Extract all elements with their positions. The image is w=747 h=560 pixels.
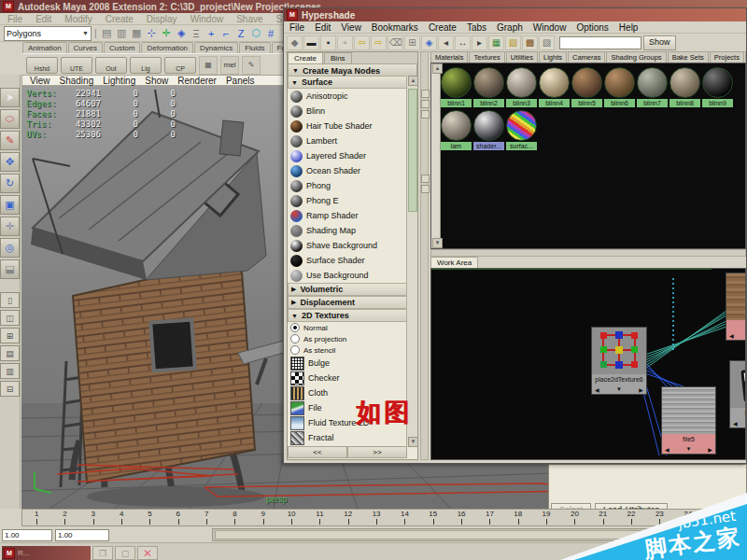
select-object-icon[interactable]: ✛ (160, 26, 174, 40)
node-file5[interactable]: file5 ◀▼▶ (661, 386, 716, 455)
forward-icon[interactable]: ⇨ (371, 35, 387, 50)
hypershade-menu-item[interactable]: File (289, 22, 304, 33)
material-swatch[interactable]: blinn2 (473, 66, 504, 107)
close-icon[interactable]: ✕ (137, 546, 158, 560)
create-list-row[interactable]: Ocean Shader (288, 163, 407, 178)
lasso-tool-icon[interactable]: ⬭ (0, 109, 20, 129)
timeline-frame[interactable]: 2 (50, 510, 78, 525)
timeline-frame[interactable]: 9 (249, 510, 277, 525)
panel-menu-item[interactable]: Lighting (103, 76, 135, 86)
graph-grid-3-icon[interactable]: ▩ (522, 35, 538, 50)
graph-grid-1-icon[interactable]: ▦ (488, 35, 504, 50)
material-swatch[interactable]: lam (441, 109, 472, 150)
menu-set-selector[interactable]: Polygons▼ (4, 26, 92, 41)
select-component-icon[interactable]: ◈ (175, 26, 189, 40)
area-splitter[interactable] (430, 249, 746, 257)
panel-menu-item[interactable]: Panels (226, 76, 255, 86)
rearrange-graph-icon[interactable]: ⊞ (404, 35, 420, 50)
hypershade-menu-item[interactable]: Create (429, 22, 457, 33)
timeline-frame[interactable]: 18 (504, 510, 532, 525)
layout-top-only-icon[interactable]: ▪ (320, 35, 336, 50)
snap-curve-icon[interactable]: ⌐ (219, 26, 233, 40)
hypershade-menu-item[interactable]: Graph (497, 22, 523, 33)
timeline-frame[interactable]: 11 (305, 510, 333, 525)
layout-persp-outliner-icon[interactable]: ▤ (0, 345, 20, 361)
timeline-frame[interactable]: 16 (447, 510, 475, 525)
create-list-row[interactable]: As stencil (288, 344, 407, 356)
show-manip-icon[interactable]: ◎ (0, 238, 20, 258)
scale-tool-icon[interactable]: ▣ (0, 195, 20, 215)
timeline-frame[interactable]: 3 (79, 510, 107, 525)
material-swatch[interactable]: shader... (473, 109, 504, 150)
layout-single-icon[interactable]: ▯ (0, 292, 20, 308)
shelf-tab[interactable]: Fluids (239, 42, 270, 53)
filter-input[interactable] (559, 36, 641, 49)
timeline-frame[interactable]: 8 (220, 510, 248, 525)
tab-bins[interactable]: Bins (324, 52, 352, 63)
status-separator[interactable]: | (94, 28, 97, 38)
node-place2dtexture6[interactable]: place2dTexture6 ◀▼▶ (591, 327, 647, 395)
shelf-button[interactable]: Out (95, 57, 127, 74)
select-tool-icon[interactable]: ➤ (0, 88, 20, 107)
material-swatch[interactable]: surfac... (506, 109, 537, 150)
select-hierarchy-icon[interactable]: ⊹ (145, 26, 159, 40)
time-slider[interactable]: 1 2 3 4 5 6 (21, 509, 703, 526)
timeline-frame[interactable]: 6 (164, 510, 192, 525)
move-tool-icon[interactable]: ✥ (0, 152, 20, 172)
layout-two-icon[interactable]: ◫ (0, 310, 20, 326)
timeline-frame[interactable]: 21 (589, 510, 617, 525)
show-button[interactable]: Show (643, 35, 676, 50)
layout-hypershade-icon[interactable]: ⊟ (0, 381, 20, 397)
create-list-row[interactable]: Normal (288, 322, 407, 333)
main-menu-item[interactable]: Shave (236, 14, 262, 24)
node-output-arrow[interactable]: ▶ (708, 446, 712, 453)
category-tab[interactable]: Bake Sets (668, 51, 709, 63)
material-swatch[interactable]: blinn7 (637, 66, 668, 107)
node-input-arrow[interactable]: ◀ (595, 386, 599, 393)
create-list-row[interactable]: ▶ Volumetric (288, 283, 407, 296)
panel-menu-item[interactable]: Renderer (177, 76, 217, 86)
timeline-frame[interactable]: 4 (107, 510, 135, 525)
create-list-row[interactable]: Shading Map (288, 223, 407, 238)
timeline-frame[interactable]: 7 (192, 510, 220, 525)
material-swatch[interactable]: blinn3 (506, 66, 537, 107)
create-list-row[interactable]: ▼ 2D Textures (288, 309, 407, 322)
shelf-tab[interactable]: Custom (104, 42, 141, 53)
material-swatch[interactable]: blinn5 (571, 66, 602, 107)
main-menu-item[interactable]: Window (190, 14, 224, 24)
graph-grid-2-icon[interactable]: ▧ (505, 35, 521, 50)
timeline-frame[interactable]: 20 (560, 510, 588, 525)
hypershade-menu-item[interactable]: Bookmarks (372, 22, 418, 33)
category-tab[interactable]: Projects (710, 51, 744, 63)
last-tool-icon[interactable]: ⬓ (0, 259, 20, 279)
tab-create[interactable]: Create (288, 52, 323, 63)
range-slider-track[interactable] (212, 528, 673, 541)
create-list-row[interactable]: Checker (288, 371, 407, 385)
create-list-row[interactable]: Blinn (288, 104, 407, 119)
create-list-row[interactable]: Phong E (288, 193, 407, 208)
input-connections-icon[interactable]: ◂ (438, 35, 454, 50)
shelf-button[interactable]: CP (164, 57, 196, 74)
shelf-tab[interactable]: Curves (68, 42, 103, 53)
radio-icon[interactable] (290, 334, 300, 343)
layout-four-icon[interactable]: ⊞ (0, 328, 20, 343)
node-bump2d5[interactable]: bump2d5 ◀▼▶ (729, 360, 746, 428)
make-live-icon[interactable]: # (264, 26, 278, 40)
shelf-button[interactable]: Lig (130, 57, 162, 74)
snap-view-icon[interactable]: ⬡ (249, 26, 263, 40)
create-list-row[interactable]: ▶ Displacement (288, 296, 407, 309)
hypershade-menu-item[interactable]: Edit (315, 22, 331, 33)
timeline-frame[interactable]: 14 (390, 510, 418, 525)
main-menu-item[interactable]: Display (147, 14, 177, 24)
mel-shelf-icon[interactable]: mel (220, 56, 239, 75)
shelf-button[interactable]: Hshd (26, 57, 58, 74)
checker-shelf-icon[interactable]: ▦ (199, 56, 218, 75)
timeline-frame[interactable]: 1 (22, 510, 50, 525)
category-tab[interactable]: Utilities (506, 51, 538, 63)
category-tab[interactable]: Textures (469, 51, 504, 63)
minimized-window[interactable]: M R... ❐ ▢ ✕ (2, 546, 219, 560)
layout-top-bottom-icon[interactable]: ▬ (303, 35, 319, 50)
timeline-frame[interactable]: 17 (475, 510, 503, 525)
materials-scrollbar[interactable]: ▲ ▼ (431, 63, 441, 248)
range-start-field[interactable]: 1.00 (2, 529, 52, 541)
